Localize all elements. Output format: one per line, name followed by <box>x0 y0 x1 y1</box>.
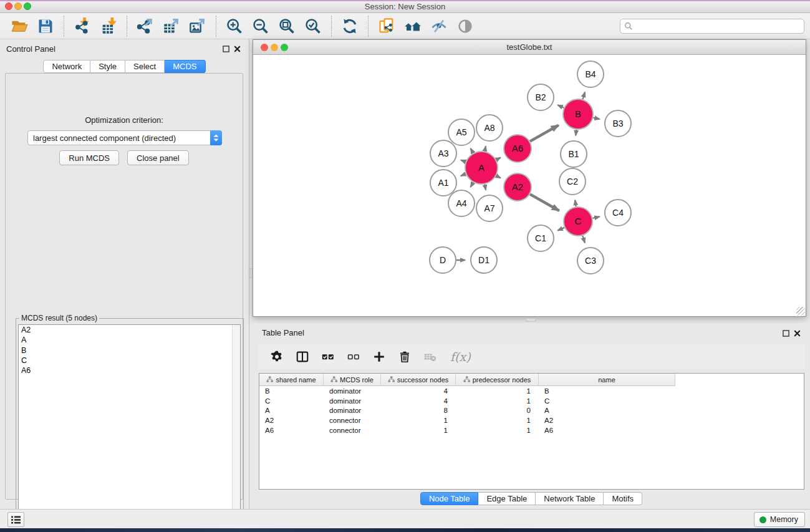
select-all-icon[interactable] <box>320 349 336 365</box>
graph-edge-C-C3[interactable] <box>582 236 585 243</box>
graph-edge-A-A6[interactable] <box>496 158 501 160</box>
graph-node-A5[interactable]: A5 <box>448 119 475 145</box>
tab-edge-table[interactable]: Edge Table <box>478 492 536 505</box>
graph-node-C4[interactable]: C4 <box>605 200 631 226</box>
column-header-successor-nodes[interactable]: successor nodes <box>381 374 456 386</box>
show-all-icon[interactable] <box>455 16 476 37</box>
export-network-icon[interactable] <box>135 16 156 37</box>
graph-node-A[interactable]: A <box>465 152 498 184</box>
graph-edge-A-A3[interactable] <box>461 160 466 162</box>
graph-node-A2[interactable]: A2 <box>504 173 531 201</box>
network-window-titlebar[interactable]: testGlobe.txt <box>253 40 806 55</box>
export-table-icon[interactable] <box>161 16 182 37</box>
graph-edge-A-A2[interactable] <box>496 176 501 178</box>
mcds-list-scrollbar[interactable] <box>232 325 240 529</box>
graph-node-B4[interactable]: B4 <box>577 61 604 87</box>
table-row[interactable]: Bdominator41B <box>259 386 804 396</box>
import-network-icon[interactable] <box>72 16 93 37</box>
run-mcds-button[interactable]: Run MCDS <box>59 150 119 165</box>
tab-network[interactable]: Network <box>43 60 90 73</box>
tab-node-table[interactable]: Node Table <box>420 492 479 505</box>
graph-node-B2[interactable]: B2 <box>528 84 554 110</box>
zoom-fit-icon[interactable] <box>276 16 297 37</box>
table-row[interactable]: Cdominator41C <box>259 396 804 406</box>
tab-mcds[interactable]: MCDS <box>165 60 205 73</box>
column-header-name[interactable]: name <box>539 374 675 386</box>
graph-edge-C-C1[interactable] <box>557 228 564 231</box>
graph-node-C2[interactable]: C2 <box>559 168 586 195</box>
column-header-MCDS-role[interactable]: MCDS role <box>324 374 381 386</box>
graph-node-B1[interactable]: B1 <box>561 141 587 167</box>
graph-edge-A-A8[interactable] <box>485 146 486 151</box>
export-image-icon[interactable] <box>187 16 208 37</box>
optimization-criterion-select[interactable]: largest connected component (directed) <box>27 130 222 145</box>
duplicate-network-icon[interactable] <box>376 16 397 37</box>
first-neighbors-icon[interactable] <box>402 16 423 37</box>
zoom-selected-icon[interactable] <box>302 16 324 37</box>
graph-edge-B-B3[interactable] <box>593 118 599 119</box>
hide-selected-icon[interactable] <box>428 16 450 37</box>
gear-icon[interactable] <box>269 349 285 365</box>
graph-edge-B-B1[interactable] <box>576 130 576 135</box>
network-graph[interactable]: AA1A2A3A4A5A6A7A8BB1B2B3B4CC1C2C3C4DD1 <box>253 55 806 316</box>
horizontal-splitter-handle[interactable] <box>526 318 536 322</box>
tab-motifs[interactable]: Motifs <box>604 492 642 505</box>
column-header-shared-name[interactable]: shared name <box>259 374 324 386</box>
graph-node-A6[interactable]: A6 <box>504 135 531 162</box>
columns-icon[interactable] <box>294 349 311 365</box>
graph-node-D1[interactable]: D1 <box>471 247 497 273</box>
graph-edge-B-B2[interactable] <box>557 105 564 107</box>
refresh-icon[interactable] <box>339 16 360 37</box>
zoom-out-icon[interactable] <box>250 16 271 37</box>
graph-node-A4[interactable]: A4 <box>448 190 475 216</box>
mcds-result-item[interactable]: B <box>19 346 240 355</box>
graph-node-C3[interactable]: C3 <box>577 248 604 274</box>
graph-node-B3[interactable]: B3 <box>605 110 631 137</box>
table-row[interactable]: Adominator80A <box>259 405 804 415</box>
close-panel-icon[interactable] <box>233 45 241 53</box>
search-input[interactable] <box>620 19 804 34</box>
tab-select[interactable]: Select <box>125 60 165 73</box>
table-row[interactable]: A2connector11A2 <box>259 415 804 425</box>
column-header-predecessor-nodes[interactable]: predecessor nodes <box>456 374 539 386</box>
float-panel-icon[interactable] <box>222 45 230 53</box>
trash-icon[interactable] <box>397 349 413 365</box>
graph-node-C[interactable]: C <box>564 207 592 236</box>
graph-edge-B-B4[interactable] <box>582 92 585 100</box>
graph-node-D[interactable]: D <box>430 247 456 273</box>
graph-edge-C-C2[interactable] <box>575 200 576 207</box>
add-icon[interactable] <box>371 349 387 365</box>
deselect-all-icon[interactable] <box>345 349 362 365</box>
node-table[interactable]: shared name MCDS role successor nodes pr… <box>259 373 804 490</box>
table-row[interactable]: A6connector11A6 <box>259 425 804 435</box>
task-history-button[interactable] <box>7 512 24 527</box>
graph-node-A8[interactable]: A8 <box>476 115 503 141</box>
graph-node-B[interactable]: B <box>563 99 593 129</box>
mcds-result-item[interactable]: A2 <box>19 325 240 335</box>
mcds-result-item[interactable]: A <box>19 335 240 345</box>
save-icon[interactable] <box>35 16 56 37</box>
zoom-in-icon[interactable] <box>224 16 245 37</box>
vertical-splitter-handle[interactable] <box>249 268 253 278</box>
tab-network-table[interactable]: Network Table <box>536 492 604 505</box>
graph-edge-C-C4[interactable] <box>592 216 599 218</box>
graph-edge-A-A1[interactable] <box>461 174 466 176</box>
table-close-panel-icon[interactable] <box>793 329 801 337</box>
table-float-panel-icon[interactable] <box>782 329 790 337</box>
mcds-result-item[interactable]: A6 <box>19 365 240 375</box>
graph-node-A1[interactable]: A1 <box>430 170 456 196</box>
open-folder-icon[interactable] <box>9 16 30 37</box>
graph-edge-A6-B[interactable] <box>530 125 559 142</box>
tab-style[interactable]: Style <box>90 60 125 73</box>
graph-node-A7[interactable]: A7 <box>476 195 503 221</box>
mcds-result-list[interactable]: A2ABCA6 <box>18 324 241 530</box>
import-table-icon[interactable] <box>98 16 119 37</box>
graph-edge-A-A5[interactable] <box>471 148 473 153</box>
mcds-result-item[interactable]: C <box>19 355 240 365</box>
memory-button[interactable]: Memory <box>754 512 805 527</box>
network-canvas[interactable]: AA1A2A3A4A5A6A7A8BB1B2B3B4CC1C2C3C4DD1 <box>253 55 806 316</box>
graph-node-C1[interactable]: C1 <box>528 225 554 251</box>
window-resize-grip[interactable] <box>796 307 805 316</box>
graph-edge-A2-C[interactable] <box>530 194 559 210</box>
graph-edge-A-A7[interactable] <box>485 184 486 190</box>
